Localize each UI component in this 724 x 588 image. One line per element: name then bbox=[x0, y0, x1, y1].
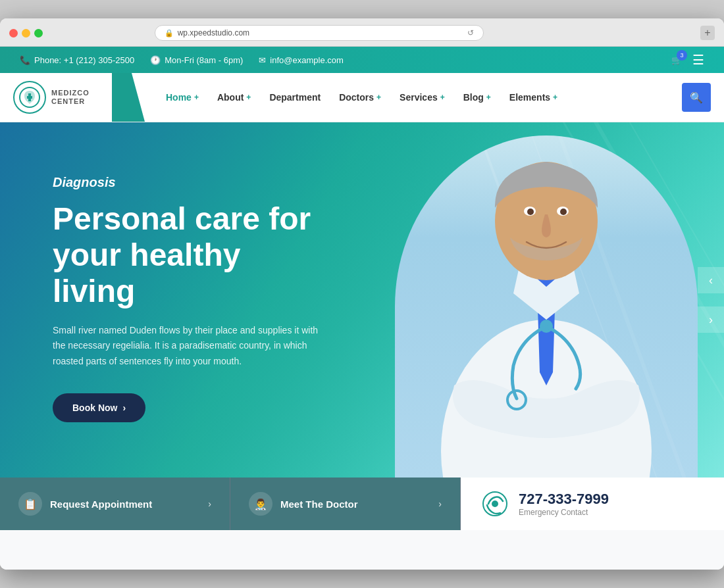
top-bar-right: 🛒 3 ☰ bbox=[671, 52, 704, 68]
address-bar[interactable]: 🔒 wp.xpeedstudio.com ↺ bbox=[155, 25, 484, 41]
elements-plus: + bbox=[553, 93, 557, 102]
hero-title: Personal care for your healthy living bbox=[53, 201, 329, 310]
logo-icon bbox=[13, 81, 46, 114]
svg-point-14 bbox=[492, 501, 498, 507]
nav-blog[interactable]: Blog + bbox=[455, 80, 499, 114]
nav-about[interactable]: About + bbox=[209, 80, 259, 114]
request-appointment-button[interactable]: 📋 Request Appointment › bbox=[0, 478, 230, 530]
hero-doctor-image bbox=[395, 135, 698, 478]
blog-plus: + bbox=[486, 93, 491, 102]
slider-prev-button[interactable]: ‹ bbox=[698, 267, 724, 293]
cart-badge: 3 bbox=[677, 50, 687, 61]
top-bar-left: 📞 Phone: +1 (212) 305-2500 🕐 Mon-Fri (8a… bbox=[20, 55, 344, 65]
book-now-label: Book Now bbox=[72, 403, 117, 413]
browser-window: 🔒 wp.xpeedstudio.com ↺ + 📞 Phone: +1 (21… bbox=[0, 18, 724, 570]
nav-department[interactable]: Department bbox=[261, 80, 328, 114]
logo[interactable]: MEDIZCO CENTER bbox=[13, 73, 132, 122]
nav-elements[interactable]: Elements + bbox=[502, 80, 565, 114]
appointment-arrow: › bbox=[208, 499, 211, 509]
minimize-button[interactable] bbox=[22, 29, 30, 37]
svg-point-10 bbox=[560, 208, 567, 215]
appointment-label: Request Appointment bbox=[50, 499, 152, 510]
emergency-contact: 727-333-7999 Emergency Contact bbox=[461, 478, 724, 530]
home-plus: + bbox=[194, 93, 199, 102]
email-icon: ✉ bbox=[259, 55, 266, 65]
hamburger-icon[interactable]: ☰ bbox=[692, 52, 704, 68]
nav-doctors[interactable]: Doctors + bbox=[331, 80, 389, 114]
clock-icon: 🕐 bbox=[150, 55, 161, 65]
hero-description: Small river named Duden flows by their p… bbox=[53, 323, 329, 370]
search-button[interactable]: 🔍 bbox=[682, 83, 711, 112]
doctor-label: Meet The Doctor bbox=[280, 499, 358, 510]
appointment-inner: 📋 Request Appointment bbox=[18, 492, 152, 516]
action-bar: 📋 Request Appointment › 👨‍⚕️ Meet The Do… bbox=[0, 478, 724, 530]
services-plus: + bbox=[440, 93, 445, 102]
appointment-icon: 📋 bbox=[18, 492, 42, 516]
emergency-text: 727-333-7999 Emergency Contact bbox=[519, 491, 609, 517]
new-tab-button[interactable]: + bbox=[700, 26, 715, 40]
phone-icon: 📞 bbox=[20, 55, 30, 65]
hours-label: Mon-Fri (8am - 6pm) bbox=[165, 55, 243, 65]
emergency-phone: 727-333-7999 bbox=[519, 491, 609, 508]
nav-home[interactable]: Home + bbox=[158, 80, 207, 114]
action-left: 📋 Request Appointment › 👨‍⚕️ Meet The Do… bbox=[0, 478, 461, 530]
email-label: info@example.com bbox=[270, 55, 343, 65]
phone-item: 📞 Phone: +1 (212) 305-2500 bbox=[20, 55, 134, 65]
doctors-plus: + bbox=[376, 93, 381, 102]
top-bar: 📞 Phone: +1 (212) 305-2500 🕐 Mon-Fri (8a… bbox=[0, 47, 724, 73]
hero-section: Diagnosis Personal care for your healthy… bbox=[0, 122, 724, 478]
phone-label: Phone: +1 (212) 305-2500 bbox=[34, 55, 134, 65]
hero-content: Diagnosis Personal care for your healthy… bbox=[0, 122, 382, 449]
doctor-inner: 👨‍⚕️ Meet The Doctor bbox=[249, 492, 358, 516]
maximize-button[interactable] bbox=[34, 29, 43, 37]
browser-chrome: 🔒 wp.xpeedstudio.com ↺ + bbox=[0, 18, 724, 47]
book-now-button[interactable]: Book Now › bbox=[53, 393, 145, 422]
svg-point-9 bbox=[527, 208, 534, 215]
close-button[interactable] bbox=[9, 29, 18, 37]
site-content: 📞 Phone: +1 (212) 305-2500 🕐 Mon-Fri (8a… bbox=[0, 47, 724, 570]
cart-wrap[interactable]: 🛒 3 bbox=[671, 55, 682, 65]
reload-icon[interactable]: ↺ bbox=[467, 28, 474, 37]
email-item: ✉ info@example.com bbox=[259, 55, 343, 65]
doctor-figure bbox=[395, 135, 698, 478]
hero-tag: Diagnosis bbox=[53, 175, 329, 190]
nav-services[interactable]: Services + bbox=[392, 80, 453, 114]
traffic-lights bbox=[9, 29, 43, 37]
emergency-label: Emergency Contact bbox=[519, 508, 609, 517]
logo-text: MEDIZCO CENTER bbox=[51, 89, 90, 106]
main-nav: Home + About + Department Doctors + Serv… bbox=[158, 80, 682, 114]
search-icon: 🔍 bbox=[690, 91, 703, 104]
doctor-icon: 👨‍⚕️ bbox=[249, 492, 272, 516]
hours-item: 🕐 Mon-Fri (8am - 6pm) bbox=[150, 55, 243, 65]
slider-next-button[interactable]: › bbox=[698, 306, 724, 333]
url-text: wp.xpeedstudio.com bbox=[178, 28, 249, 37]
book-now-arrow: › bbox=[122, 403, 126, 413]
emergency-icon bbox=[480, 489, 509, 518]
nav-bar: MEDIZCO CENTER Home + About + Department… bbox=[0, 73, 724, 122]
lock-icon: 🔒 bbox=[165, 29, 174, 37]
meet-doctor-button[interactable]: 👨‍⚕️ Meet The Doctor › bbox=[230, 478, 461, 530]
footer-placeholder bbox=[0, 530, 724, 570]
about-plus: + bbox=[246, 93, 251, 102]
doctor-arrow: › bbox=[438, 499, 442, 509]
